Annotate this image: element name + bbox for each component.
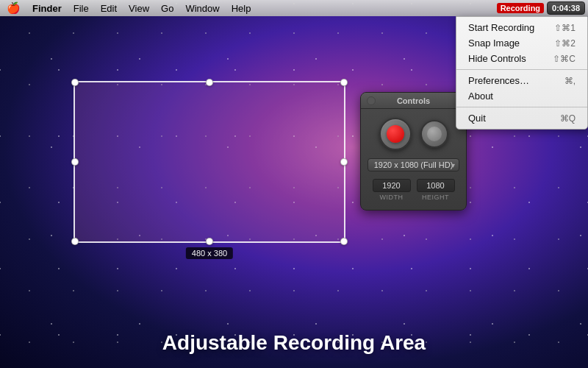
handle-top-center[interactable] xyxy=(206,79,213,86)
desktop: 🍎 Finder File Edit View Go Window Help R… xyxy=(0,0,588,368)
menu-divider-2 xyxy=(456,107,587,107)
record-icon xyxy=(387,125,404,143)
resolution-select[interactable]: 1920 x 1080 (Full HD) xyxy=(368,158,459,171)
menu-item-label: Snap Image xyxy=(468,38,520,49)
menu-preferences[interactable]: Preferences… ⌘, xyxy=(456,73,587,88)
menubar-right: Recording 0:04:38 xyxy=(497,1,588,15)
height-label: HEIGHT xyxy=(422,194,449,201)
height-input[interactable] xyxy=(417,179,455,192)
handle-bottom-center[interactable] xyxy=(206,238,213,245)
menu-go[interactable]: Go xyxy=(155,0,179,16)
handle-top-left[interactable] xyxy=(71,79,79,86)
menu-help[interactable]: Help xyxy=(226,0,257,16)
controls-body: 1920 x 1080 (Full HD) WIDTH HEIGHT xyxy=(361,109,466,210)
controls-title: Controls xyxy=(397,96,430,105)
menu-finder[interactable]: Finder xyxy=(26,0,68,16)
width-input-group: WIDTH xyxy=(373,179,411,201)
menu-edit[interactable]: Edit xyxy=(95,0,123,16)
resolution-dropdown-wrapper: 1920 x 1080 (Full HD) xyxy=(368,158,459,171)
dimension-inputs: WIDTH HEIGHT xyxy=(373,179,455,201)
controls-close-button[interactable] xyxy=(367,96,376,105)
controls-buttons xyxy=(379,118,448,150)
menu-item-shortcut: ⇧⌘1 xyxy=(554,23,576,33)
timer-badge: 0:04:38 xyxy=(547,1,585,15)
menu-item-shortcut: ⌘Q xyxy=(560,113,576,124)
handle-middle-left[interactable] xyxy=(71,158,79,166)
menu-start-recording[interactable]: Start Recording ⇧⌘1 xyxy=(456,20,587,35)
app-dropdown-menu: Start Recording ⇧⌘1 Snap Image ⇧⌘2 Hide … xyxy=(456,16,588,130)
snap-icon xyxy=(427,127,442,141)
snap-button[interactable] xyxy=(420,120,448,148)
controls-panel: Controls 1920 x 1080 (Full HD) WIDTH xyxy=(360,92,467,210)
menu-item-shortcut: ⇧⌘C xyxy=(553,54,576,64)
recording-badge: Recording xyxy=(497,3,544,13)
handle-top-right[interactable] xyxy=(340,79,348,86)
menubar: 🍎 Finder File Edit View Go Window Help R… xyxy=(0,0,588,16)
menu-about[interactable]: About xyxy=(456,88,587,104)
menu-item-label: About xyxy=(468,91,493,102)
apple-menu[interactable]: 🍎 xyxy=(0,1,26,15)
menu-hide-controls[interactable]: Hide Controls ⇧⌘C xyxy=(456,51,587,66)
handle-bottom-right[interactable] xyxy=(340,238,348,245)
menu-item-label: Hide Controls xyxy=(468,53,526,64)
width-label: WIDTH xyxy=(380,194,404,201)
recording-area[interactable]: 480 x 380 xyxy=(74,81,345,243)
menu-item-shortcut: ⌘, xyxy=(564,76,576,86)
handle-bottom-left[interactable] xyxy=(71,238,79,245)
menu-file[interactable]: File xyxy=(68,0,95,16)
width-input[interactable] xyxy=(373,179,411,192)
record-button[interactable] xyxy=(379,118,412,150)
menu-view[interactable]: View xyxy=(123,0,155,16)
menu-item-label: Preferences… xyxy=(468,75,529,86)
handle-middle-right[interactable] xyxy=(340,158,348,166)
menu-item-label: Quit xyxy=(468,113,486,124)
menu-item-shortcut: ⇧⌘2 xyxy=(554,38,576,49)
menu-item-label: Start Recording xyxy=(468,22,534,33)
menu-snap-image[interactable]: Snap Image ⇧⌘2 xyxy=(456,35,587,51)
dimension-tooltip: 480 x 380 xyxy=(186,247,233,259)
bottom-title: Adjustable Recording Area xyxy=(0,331,588,355)
menu-quit[interactable]: Quit ⌘Q xyxy=(456,110,587,126)
menu-divider-1 xyxy=(456,69,587,70)
height-input-group: HEIGHT xyxy=(417,179,455,201)
controls-titlebar: Controls xyxy=(361,93,466,109)
menu-window[interactable]: Window xyxy=(179,0,225,16)
